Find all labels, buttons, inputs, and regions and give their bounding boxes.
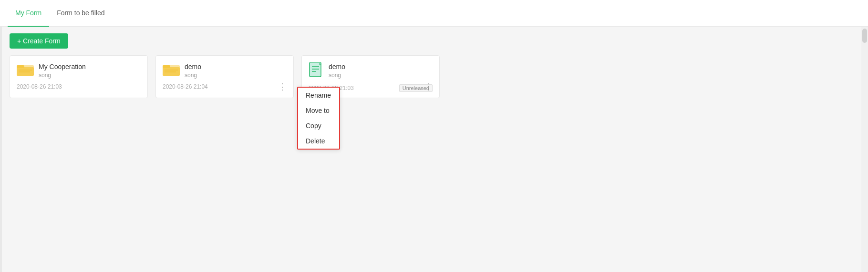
card-subtitle: song bbox=[185, 72, 201, 79]
left-edge-indicator bbox=[0, 27, 2, 272]
card-footer: 2020-08-26 21:04 bbox=[163, 83, 287, 90]
toolbar: + Create Form bbox=[0, 27, 868, 55]
context-menu-delete[interactable]: Delete bbox=[298, 133, 339, 149]
context-menu-rename[interactable]: Rename bbox=[298, 88, 339, 103]
more-options-button[interactable]: ⋮ bbox=[276, 81, 289, 92]
card-date: 2020-08-26 21:04 bbox=[163, 83, 208, 90]
scrollbar[interactable] bbox=[861, 27, 868, 272]
folder-icon bbox=[17, 62, 34, 77]
create-form-button[interactable]: + Create Form bbox=[10, 33, 68, 49]
context-menu: Rename Move to Copy Delete bbox=[297, 87, 340, 150]
context-menu-copy[interactable]: Copy bbox=[298, 118, 339, 133]
more-options-button[interactable]: ⋮ bbox=[422, 81, 434, 92]
svg-rect-6 bbox=[163, 67, 180, 76]
tab-my-form[interactable]: My Form bbox=[8, 0, 49, 27]
card-subtitle: song bbox=[329, 72, 345, 79]
card-title: demo bbox=[329, 62, 345, 71]
card-grid: My Cooperation song 2020-08-26 21:03 dem… bbox=[0, 55, 868, 108]
svg-rect-7 bbox=[163, 65, 170, 68]
card-info: demo song bbox=[329, 62, 345, 79]
svg-rect-1 bbox=[17, 67, 34, 76]
card-demo-folder[interactable]: demo song 2020-08-26 21:04 ⋮ bbox=[155, 55, 294, 98]
card-date: 2020-08-26 21:03 bbox=[17, 83, 62, 90]
card-subtitle: song bbox=[39, 72, 86, 79]
card-header: My Cooperation song bbox=[17, 62, 141, 79]
svg-rect-2 bbox=[17, 65, 24, 68]
card-info: demo song bbox=[185, 62, 201, 79]
card-header: demo song bbox=[163, 62, 287, 79]
card-title: My Cooperation bbox=[39, 62, 86, 71]
card-info: My Cooperation song bbox=[39, 62, 86, 79]
context-menu-move-to[interactable]: Move to bbox=[298, 103, 339, 118]
card-footer: 2020-08-26 21:03 bbox=[17, 83, 141, 90]
scrollbar-thumb bbox=[862, 29, 867, 43]
card-title: demo bbox=[185, 62, 201, 71]
folder-icon bbox=[163, 62, 180, 77]
tab-bar: My Form Form to be filled bbox=[0, 0, 868, 27]
document-icon bbox=[309, 62, 324, 80]
tab-form-to-be-filled[interactable]: Form to be filled bbox=[49, 0, 112, 27]
card-my-cooperation[interactable]: My Cooperation song 2020-08-26 21:03 bbox=[10, 55, 148, 98]
card-header: demo song bbox=[309, 62, 433, 80]
